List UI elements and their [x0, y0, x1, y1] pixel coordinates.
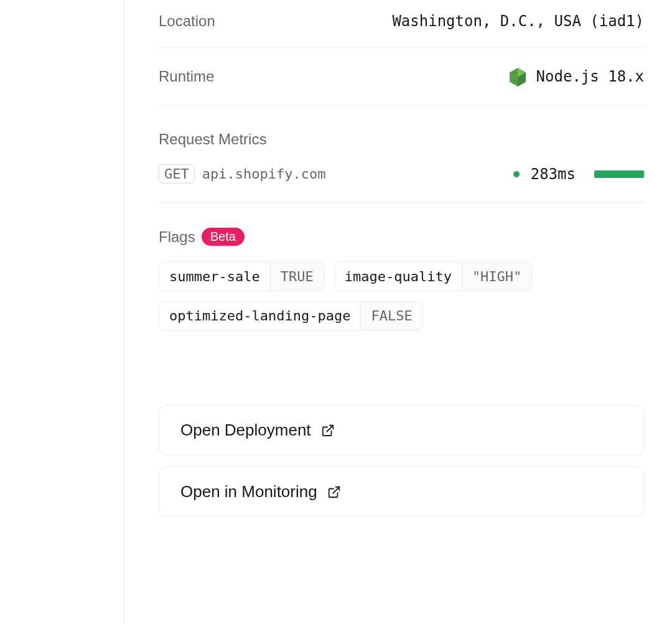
status-dot-icon: [513, 171, 520, 177]
flag-summer-sale[interactable]: summer-sale TRUE: [159, 262, 324, 291]
request-duration: 283ms: [531, 165, 576, 183]
flag-list: summer-sale TRUE image-quality "HIGH" op…: [159, 262, 644, 330]
flags-title-text: Flags: [159, 228, 195, 246]
beta-badge: Beta: [202, 228, 245, 246]
duration-bar-fill: [594, 170, 644, 178]
request-metrics-title: Request Metrics: [159, 131, 644, 148]
location-row: Location Washington, D.C., USA (iad1): [159, 0, 644, 48]
request-metric-row: GET api.shopify.com 283ms: [159, 164, 644, 184]
external-link-icon: [327, 485, 341, 499]
location-label: Location: [159, 12, 215, 30]
svg-line-3: [327, 425, 333, 431]
runtime-row: Runtime Node.js 18.x: [159, 48, 644, 106]
duration-bar: [594, 170, 644, 179]
actions: Open Deployment Open in Monitoring: [159, 405, 644, 517]
request-host: api.shopify.com: [202, 166, 506, 182]
flag-name: summer-sale: [159, 263, 270, 291]
runtime-text: Node.js 18.x: [536, 68, 644, 85]
flag-value: FALSE: [360, 302, 422, 330]
runtime-value: Node.js 18.x: [508, 67, 644, 86]
open-monitoring-button[interactable]: Open in Monitoring: [159, 467, 644, 517]
open-monitoring-label: Open in Monitoring: [180, 482, 317, 501]
flag-value: TRUE: [270, 263, 324, 291]
flags-section: Flags Beta summer-sale TRUE image-qualit…: [159, 203, 644, 355]
flags-title: Flags Beta: [159, 228, 644, 246]
external-link-icon: [321, 424, 335, 437]
flag-name: optimized-landing-page: [159, 302, 360, 330]
open-deployment-label: Open Deployment: [180, 421, 311, 440]
flag-value: "HIGH": [462, 263, 531, 291]
flag-image-quality[interactable]: image-quality "HIGH": [334, 262, 533, 291]
request-metrics-section: Request Metrics GET api.shopify.com 283m…: [159, 106, 644, 203]
flag-optimized-landing-page[interactable]: optimized-landing-page FALSE: [159, 301, 423, 330]
open-deployment-button[interactable]: Open Deployment: [159, 405, 644, 455]
svg-line-4: [333, 487, 339, 493]
flag-name: image-quality: [335, 263, 462, 291]
runtime-label: Runtime: [159, 68, 214, 85]
location-value: Washington, D.C., USA (iad1): [392, 12, 644, 30]
http-method-tag: GET: [159, 164, 195, 184]
details-panel: Location Washington, D.C., USA (iad1) Ru…: [124, 0, 672, 624]
sidebar: [0, 0, 124, 624]
nodejs-icon: [508, 67, 528, 86]
